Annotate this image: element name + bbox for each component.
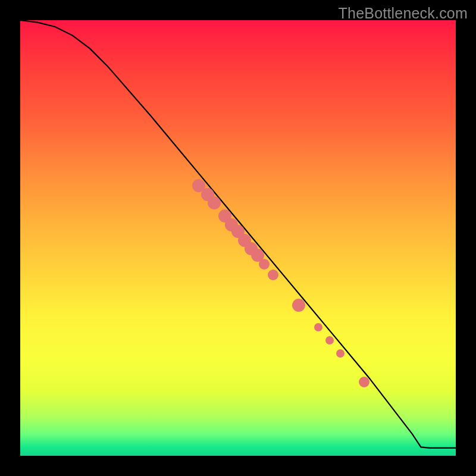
plot-area [20, 20, 456, 456]
data-point [359, 377, 369, 387]
watermark-text: TheBottleneck.com [339, 5, 468, 22]
data-point [259, 259, 270, 270]
data-point [268, 270, 278, 280]
chart-root: TheBottleneck.com [0, 0, 476, 476]
data-point [208, 196, 221, 209]
data-point [314, 323, 322, 331]
data-point [325, 336, 334, 345]
data-point [292, 299, 305, 312]
data-point [336, 349, 345, 358]
